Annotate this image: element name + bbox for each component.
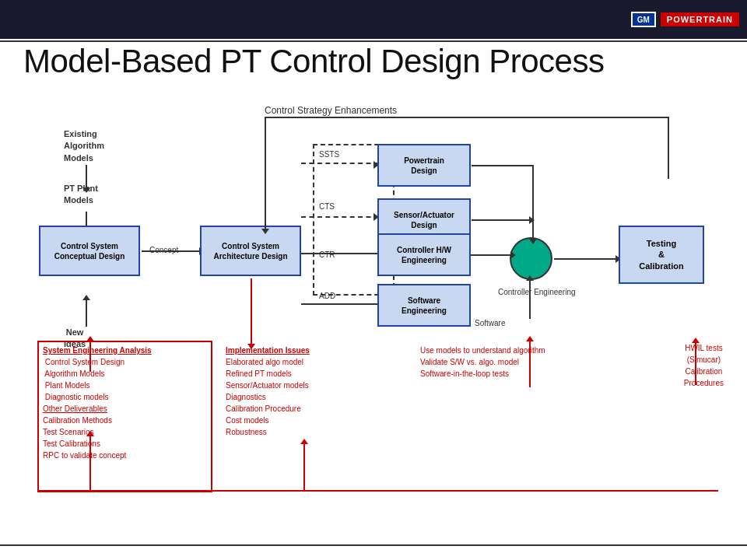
pt-right-line (472, 165, 534, 166)
left-item-7: Test Calibrations (43, 438, 152, 450)
software-engineering-box: Software Engineering (377, 284, 471, 327)
new-ideas-arrow (86, 299, 87, 327)
middle-item-3: Sensor/Actuator models (226, 380, 310, 391)
existing-algorithm-label: ExistingAlgorithmModels (64, 128, 104, 164)
software-engineering-label: Software Engineering (402, 296, 447, 316)
middle-item-6: Cost models (226, 415, 310, 426)
right-red-list: Use models to understand algorithm Valid… (420, 345, 545, 380)
right-item-2: Validate S/W vs. algo. model (420, 356, 545, 368)
left-red-title: System Engineering Analysis (43, 345, 152, 356)
strategy-bracket-right (668, 117, 669, 179)
testing-calibration-box: Testing & Calibration (619, 226, 704, 284)
hwil-text: HWIL tests(Simucar)CalibrationProcedures (684, 342, 724, 389)
sensor-actuator-label: Sensor/Actuator Design (394, 210, 454, 230)
hw-to-circle-arrow (471, 254, 511, 256)
right-item-1: Use models to understand algorithm (420, 345, 545, 356)
ssts-label: SSTS (319, 150, 339, 159)
add-label: ADD (319, 292, 335, 300)
left-item-8: RPC to validate concept (43, 450, 152, 461)
page-title: Model-Based PT Control Design Process (23, 43, 604, 80)
controller-hw-label: Controller H/W Engineering (397, 245, 451, 265)
left-other-deliverables: Other Deliverables (43, 403, 152, 415)
powertrain-label: POWERTRAIN (667, 15, 733, 24)
ctr-arrow (301, 253, 379, 254)
sw-to-circle-arrow (529, 280, 531, 319)
divider-top (0, 40, 747, 42)
middle-item-4: Diagnostics (226, 391, 310, 403)
red-middle-up-from-bottom (303, 443, 305, 490)
add-arrow (301, 303, 379, 305)
concept-arrow (142, 250, 200, 252)
red-up-arrow-right (529, 341, 531, 387)
gm-logo: GM (631, 12, 656, 27)
left-red-list: System Engineering Analysis Control Syst… (43, 345, 152, 461)
pt-plant-arrow (86, 212, 87, 227)
controller-engineering-label: Controller Engineering (498, 288, 576, 296)
left-item-4: Diagnostic models (43, 391, 152, 403)
divider-bottom (0, 544, 747, 546)
middle-red-list: Implementation Issues Elaborated algo mo… (226, 345, 310, 438)
control-system-conceptual-label: Control System Conceptual Design (54, 241, 125, 261)
strategy-label: Control Strategy Enhancements (265, 105, 397, 116)
left-item-5: Calibration Methods (43, 415, 152, 426)
ctr-label: CTR (319, 250, 335, 259)
left-item-6: Test Scenarios (43, 426, 152, 438)
middle-item-7: Robustness (226, 426, 310, 438)
cts-label: CTS (319, 202, 335, 211)
gm-label: GM (637, 16, 650, 24)
red-left-up-from-bottom (89, 436, 91, 490)
left-item-3: Plant Models (43, 380, 152, 391)
control-system-architecture-box: Control System Architecture Design (200, 226, 301, 276)
testing-calibration-label: Testing & Calibration (639, 238, 683, 271)
powertrain-design-box: Powertrain Design (377, 144, 471, 187)
middle-item-2: Refined PT models (226, 368, 310, 380)
powertrain-design-label: Powertrain Design (404, 156, 444, 176)
pt-plant-label: PT PlantModels (64, 183, 98, 207)
controller-hw-box: Controller H/W Engineering (377, 233, 471, 276)
architecture-down-arrow (251, 278, 252, 345)
left-item-1: Control System Design (43, 356, 152, 368)
control-system-conceptual-box: Control System Conceptual Design (39, 226, 140, 276)
strategy-bracket-top (265, 117, 669, 118)
cts-arrow (301, 216, 379, 218)
control-system-architecture-label: Control System Architecture Design (213, 241, 287, 261)
pt-down-line (532, 165, 534, 240)
ssts-arrow (301, 163, 379, 164)
hwil-up-arrow (695, 342, 696, 385)
middle-item-1: Elaborated algo model (226, 356, 310, 368)
strategy-left-vertical (265, 117, 266, 229)
top-bar: GM POWERTRAIN (0, 0, 747, 39)
diagram-area: Control Strategy Enhancements ExistingAl… (16, 101, 731, 541)
red-up-arrow-left (89, 341, 91, 372)
software-label: Software (475, 319, 505, 327)
middle-item-5: Calibration Procedure (226, 403, 310, 415)
existing-algo-arrow (86, 165, 87, 188)
right-item-3: Software-in-the-loop tests (420, 368, 545, 380)
red-bottom-line (37, 490, 718, 492)
left-item-2: Algorithm Models (43, 368, 152, 380)
circle-to-testing-arrow (554, 258, 616, 260)
hwil-label: HWIL tests(Simucar)CalibrationProcedures (684, 342, 724, 389)
middle-red-title: Implementation Issues (226, 345, 310, 356)
powertrain-logo: POWERTRAIN (661, 12, 739, 26)
sa-to-circle (472, 219, 530, 221)
logo-area: GM POWERTRAIN (631, 12, 739, 27)
